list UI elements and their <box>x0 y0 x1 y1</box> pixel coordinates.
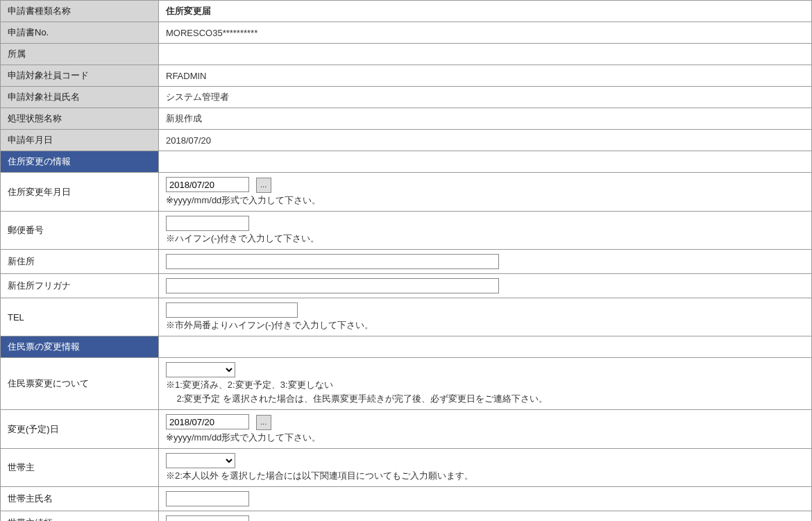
date-picker-button-2[interactable]: ... <box>256 415 271 430</box>
new-address-kana-input[interactable] <box>166 278 499 293</box>
label-plan-date: 変更(予定)日 <box>1 410 159 449</box>
value-emp-name: システム管理者 <box>159 87 812 108</box>
label-doc-type: 申請書種類名称 <box>1 1 159 22</box>
value-apply-date: 2018/07/20 <box>159 130 812 151</box>
section-address-change-info: 住所変更の情報 <box>1 151 159 173</box>
section-empty <box>159 151 812 173</box>
application-form-table: 申請書種類名称 住所変更届 申請書No. MORESCO35**********… <box>0 0 812 521</box>
section-empty-2 <box>159 336 812 358</box>
value-status: 新規作成 <box>159 108 812 130</box>
label-postal: 郵便番号 <box>1 212 159 250</box>
label-householder-name: 世帯主氏名 <box>1 487 159 511</box>
label-emp-code: 申請対象社員コード <box>1 65 159 87</box>
note-householder: ※2:本人以外 を選択した場合には以下関連項目についてもご入力願います。 <box>166 470 804 482</box>
label-householder: 世帯主 <box>1 449 159 487</box>
cell-new-address <box>159 250 812 274</box>
label-tel: TEL <box>1 298 159 336</box>
cell-householder-name <box>159 487 812 511</box>
note-resident-change-1: ※1:変更済み、2:変更予定、3:変更しない <box>166 379 804 391</box>
householder-select[interactable] <box>166 453 235 468</box>
label-change-date: 住所変更年月日 <box>1 173 159 212</box>
householder-name-input[interactable] <box>166 491 249 506</box>
change-date-input[interactable] <box>166 177 249 192</box>
value-doc-no: MORESCO35********** <box>159 22 812 44</box>
value-doc-type: 住所変更届 <box>159 1 812 22</box>
note-resident-change-2: 2:変更予定 を選択された場合は、住民票変更手続きが完了後、必ず変更日をご連絡下… <box>166 393 804 405</box>
resident-change-select[interactable] <box>166 362 235 377</box>
note-date-format: ※yyyy/mm/dd形式で入力して下さい。 <box>166 194 804 207</box>
cell-change-date: ... ※yyyy/mm/dd形式で入力して下さい。 <box>159 173 812 212</box>
note-postal-hyphen: ※ハイフン(-)付きで入力して下さい。 <box>166 232 804 245</box>
postal-input[interactable] <box>166 216 249 231</box>
label-new-address: 新住所 <box>1 250 159 274</box>
label-householder-relation: 世帯主続柄 <box>1 511 159 521</box>
label-emp-name: 申請対象社員氏名 <box>1 87 159 108</box>
cell-householder-relation <box>159 511 812 521</box>
cell-tel: ※市外局番よりハイフン(-)付きで入力して下さい。 <box>159 298 812 336</box>
cell-postal: ※ハイフン(-)付きで入力して下さい。 <box>159 212 812 250</box>
date-picker-button[interactable]: ... <box>256 178 271 193</box>
label-resident-change: 住民票変更について <box>1 358 159 410</box>
label-doc-no: 申請書No. <box>1 22 159 44</box>
label-apply-date: 申請年月日 <box>1 130 159 151</box>
cell-householder: ※2:本人以外 を選択した場合には以下関連項目についてもご入力願います。 <box>159 449 812 487</box>
label-status: 処理状態名称 <box>1 108 159 130</box>
value-emp-code: RFADMIN <box>159 65 812 87</box>
cell-plan-date: ... ※yyyy/mm/dd形式で入力して下さい。 <box>159 410 812 449</box>
tel-input[interactable] <box>166 302 298 318</box>
new-address-input[interactable] <box>166 254 499 269</box>
section-resident-change-info: 住民票の変更情報 <box>1 336 159 358</box>
cell-resident-change: ※1:変更済み、2:変更予定、3:変更しない 2:変更予定 を選択された場合は、… <box>159 358 812 410</box>
cell-new-address-kana <box>159 274 812 298</box>
note-plan-date-format: ※yyyy/mm/dd形式で入力して下さい。 <box>166 432 804 444</box>
plan-date-input[interactable] <box>166 414 249 429</box>
householder-relation-input[interactable] <box>166 515 249 521</box>
value-affiliation <box>159 44 812 65</box>
label-affiliation: 所属 <box>1 44 159 65</box>
label-new-address-kana: 新住所フリガナ <box>1 274 159 298</box>
note-tel-hyphen: ※市外局番よりハイフン(-)付きで入力して下さい。 <box>166 319 804 332</box>
